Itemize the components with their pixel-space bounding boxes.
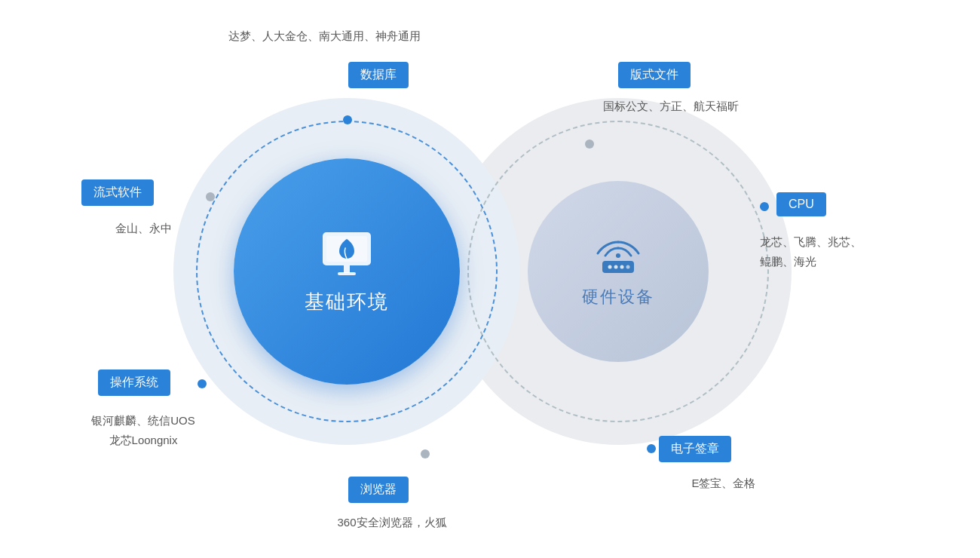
desc-database: 达梦、人大金仓、南大通用、神舟通用 — [219, 26, 430, 46]
desc-document: 国标公文、方正、航天福昕 — [603, 97, 784, 116]
dot-database — [343, 115, 352, 124]
tag-browser: 浏览器 — [348, 477, 409, 503]
monitor-icon — [317, 228, 377, 281]
router-icon — [592, 235, 645, 280]
dot-document — [585, 140, 594, 149]
tag-esign: 电子签章 — [659, 436, 731, 462]
left-inner-circle: 基础环境 — [234, 158, 460, 385]
tag-database: 数据库 — [348, 62, 409, 88]
svg-rect-3 — [338, 272, 356, 275]
desc-os: 银河麒麟、统信UOS 龙芯Loongnix — [45, 411, 241, 449]
svg-point-8 — [620, 265, 624, 269]
desc-streaming: 金山、永中 — [68, 219, 219, 238]
diagram-container: 基础环境 硬件设备 数据库 — [0, 0, 980, 558]
svg-point-7 — [614, 265, 618, 269]
desc-esign: E签宝、金格 — [648, 474, 799, 493]
right-circle-label: 硬件设备 — [582, 286, 654, 308]
dot-os — [198, 379, 207, 388]
svg-rect-2 — [344, 265, 350, 273]
desc-cpu: 龙芯、飞腾、兆芯、 鲲鹏、海光 — [760, 232, 926, 271]
dot-browser — [421, 449, 430, 458]
desc-browser: 360安全浏览器，火狐 — [286, 513, 498, 532]
right-inner-circle: 硬件设备 — [528, 181, 709, 362]
dot-esign — [647, 444, 656, 453]
tag-os: 操作系统 — [98, 369, 170, 396]
tag-cpu: CPU — [776, 192, 826, 216]
dot-streaming — [206, 192, 215, 201]
dot-cpu — [760, 202, 769, 211]
svg-point-9 — [626, 265, 630, 269]
tag-streaming: 流式软件 — [81, 179, 154, 206]
tag-document: 版式文件 — [618, 62, 691, 88]
svg-point-4 — [616, 253, 620, 258]
svg-point-6 — [608, 265, 612, 269]
left-circle-label: 基础环境 — [305, 289, 389, 315]
